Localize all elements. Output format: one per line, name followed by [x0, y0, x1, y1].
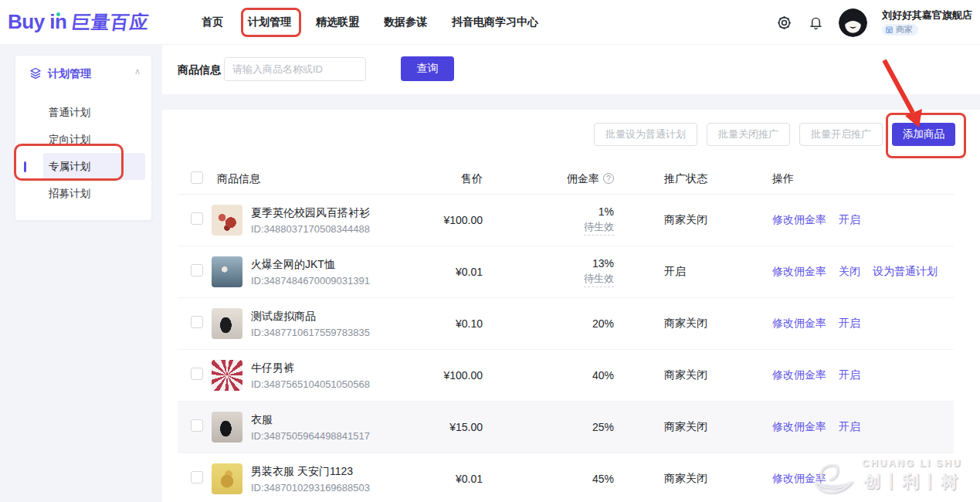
- commission-cell: 40%: [484, 369, 615, 382]
- nav-item-5[interactable]: 抖音电商学习中心: [452, 15, 538, 29]
- active-item-indicator: [24, 161, 26, 172]
- header-actions: 操作: [772, 172, 954, 186]
- action-link[interactable]: 开启: [839, 213, 860, 227]
- batch-toolbar: 批量设为普通计划批量关闭推广批量开启推广添加商品: [594, 123, 955, 146]
- commission-rate: 25%: [484, 421, 614, 433]
- commission-rate: 40%: [484, 369, 614, 382]
- actions-cell: 修改佣金率关闭设为普通计划: [772, 265, 954, 279]
- product-id: ID:3487505964498841517: [251, 430, 370, 442]
- row-checkbox[interactable]: [191, 419, 203, 432]
- action-link[interactable]: 修改佣金率: [772, 265, 826, 279]
- sidebar-group-title: 计划管理: [48, 67, 91, 81]
- action-link[interactable]: 修改佣金率: [772, 472, 826, 486]
- bell-icon[interactable]: [807, 14, 824, 31]
- row-checkbox[interactable]: [191, 368, 203, 380]
- table-body: 夏季英伦校园风百搭衬衫ID:3488037170508344488¥100.00…: [178, 195, 954, 502]
- commission-cell: 13%待生效: [484, 257, 615, 287]
- batch-button-3[interactable]: 批量开启推广: [799, 123, 883, 146]
- merchant-badge: 商家: [882, 24, 918, 36]
- action-link[interactable]: 修改佣金率: [772, 420, 826, 434]
- row-checkbox[interactable]: [191, 212, 203, 225]
- navbar-right: 刘好好其嘉官旗舰店 商家: [775, 0, 972, 45]
- sidebar-item-2[interactable]: 定向计划: [15, 126, 151, 153]
- status-cell: 商家关闭: [615, 368, 772, 382]
- status-cell: 商家关闭: [615, 317, 772, 331]
- price-cell: ¥100.00: [399, 214, 484, 226]
- shop-name: 刘好好其嘉官旗舰店: [882, 9, 972, 22]
- product-thumbnail: [212, 205, 242, 236]
- nav-item-3[interactable]: 精选联盟: [316, 15, 359, 29]
- price-cell: ¥15.00: [399, 421, 484, 433]
- brand-logo-dot: [56, 12, 60, 16]
- batch-button-1[interactable]: 批量设为普通计划: [594, 123, 697, 146]
- sidebar-item-1[interactable]: 普通计划: [15, 99, 151, 126]
- price-cell: ¥0.10: [399, 317, 484, 330]
- commission-rate: 13%: [484, 257, 614, 270]
- product-thumbnail: [212, 412, 242, 443]
- chevron-up-icon[interactable]: ∧: [134, 66, 141, 76]
- main-nav: 首页计划管理精选联盟数据参谋抖音电商学习中心: [202, 0, 538, 45]
- price-cell: ¥0.01: [399, 266, 484, 278]
- row-checkbox[interactable]: [191, 316, 203, 328]
- product-id: ID:3488037170508344488: [251, 223, 370, 235]
- add-product-button[interactable]: 添加商品: [892, 123, 955, 146]
- pending-badge: 待生效: [584, 220, 614, 236]
- action-link[interactable]: 设为普通计划: [873, 265, 938, 279]
- buyin-plan-management-page: Buy in 巨量百应 首页计划管理精选联盟数据参谋抖音电商学习中心: [0, 0, 980, 502]
- nav-item-2[interactable]: 计划管理: [248, 15, 291, 29]
- nav-item-4[interactable]: 数据参谋: [384, 15, 427, 29]
- sidebar-item-3[interactable]: 专属计划: [43, 153, 145, 180]
- product-name: 男装衣服 天安门1123: [251, 465, 370, 479]
- nav-item-1[interactable]: 首页: [202, 15, 223, 29]
- row-checkbox[interactable]: [191, 264, 203, 276]
- table-row: 测试虚拟商品ID:3487710617559783835¥0.1020%商家关闭…: [178, 298, 954, 350]
- brand-logo[interactable]: Buy in 巨量百应: [8, 10, 149, 35]
- table-row: 火爆全网的JKT恤ID:3487484670009031391¥0.0113%待…: [178, 246, 954, 298]
- header-price: 售价: [399, 172, 484, 186]
- status-cell: 商家关闭: [615, 472, 772, 486]
- merchant-badge-label: 商家: [896, 25, 913, 35]
- product-thumbnail: [212, 308, 242, 339]
- query-button[interactable]: 查询: [401, 56, 454, 81]
- search-field-label: 商品信息: [178, 63, 221, 77]
- price-cell: ¥0.01: [399, 473, 484, 485]
- select-all-checkbox[interactable]: [191, 171, 203, 184]
- product-id: ID:3487710617559783835: [251, 327, 370, 338]
- action-link[interactable]: 修改佣金率: [772, 317, 826, 331]
- plan-table-panel: 批量设为普通计划批量关闭推广批量开启推广添加商品 商品信息 售价 佣金率? 推广…: [162, 110, 980, 502]
- header-product: 商品信息: [212, 172, 399, 186]
- search-input[interactable]: [224, 57, 366, 81]
- action-link[interactable]: 开启: [839, 420, 860, 434]
- row-checkbox[interactable]: [191, 471, 203, 483]
- table-row: 男装衣服 天安门1123ID:3487010293169688503¥0.014…: [178, 453, 954, 502]
- user-info[interactable]: 刘好好其嘉官旗舰店 商家: [882, 9, 972, 36]
- product-name: 测试虚拟商品: [251, 310, 370, 324]
- help-icon[interactable]: ?: [603, 173, 614, 184]
- commission-cell: 20%: [484, 317, 615, 330]
- product-name: 夏季英伦校园风百搭衬衫: [251, 206, 370, 220]
- product-thumbnail: [212, 360, 242, 391]
- product-table: 商品信息 售价 佣金率? 推广状态 操作 夏季英伦校园风百搭衬衫ID:34880…: [178, 164, 954, 502]
- user-avatar[interactable]: [839, 8, 867, 37]
- action-link[interactable]: 关闭: [839, 265, 860, 279]
- action-link[interactable]: 修改佣金率: [772, 213, 826, 227]
- action-link[interactable]: 修改佣金率: [772, 368, 826, 382]
- table-row: 牛仔男裤ID:3487565104051050568¥100.0040%商家关闭…: [178, 350, 954, 402]
- table-header-row: 商品信息 售价 佣金率? 推广状态 操作: [178, 164, 954, 195]
- actions-cell: 修改佣金率开启: [772, 213, 954, 227]
- gear-icon[interactable]: [775, 14, 792, 31]
- batch-button-2[interactable]: 批量关闭推广: [707, 123, 790, 146]
- commission-cell: 1%待生效: [484, 205, 615, 236]
- actions-cell: 修改佣金率: [772, 472, 954, 486]
- price-cell: ¥100.00: [399, 369, 484, 382]
- product-id: ID:3487484670009031391: [251, 275, 370, 287]
- action-link[interactable]: 开启: [839, 317, 860, 331]
- product-name: 牛仔男裤: [251, 361, 370, 375]
- sidebar-group-header[interactable]: 计划管理 ∧: [15, 56, 151, 91]
- action-link[interactable]: 开启: [839, 368, 860, 382]
- status-cell: 商家关闭: [615, 420, 772, 434]
- sidebar-item-4[interactable]: 招募计划: [15, 180, 151, 207]
- commission-cell: 25%: [484, 421, 615, 433]
- pending-badge: 待生效: [584, 272, 614, 287]
- search-panel: 商品信息 查询: [162, 45, 980, 94]
